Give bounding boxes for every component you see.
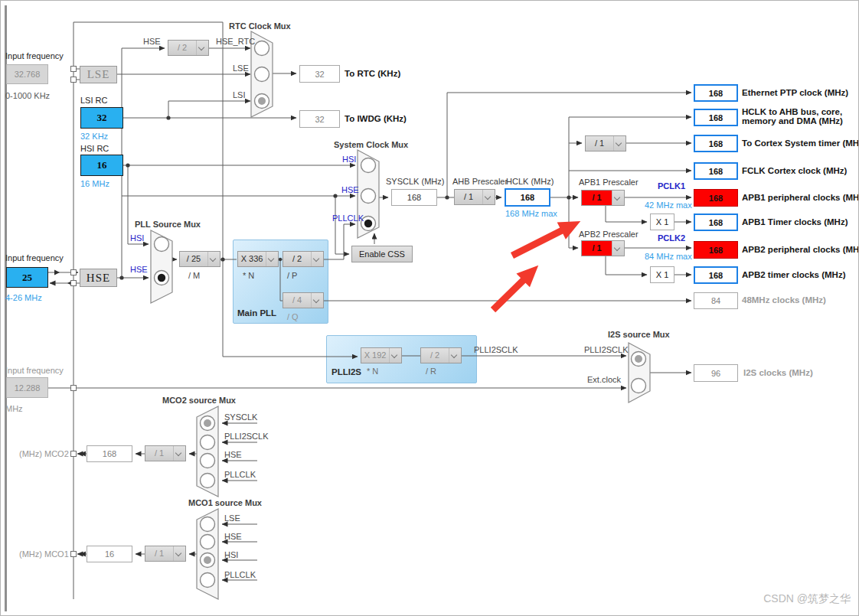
clk48-value-box[interactable]: 84 — [694, 292, 738, 309]
dropdown-value: / 1 — [145, 546, 173, 561]
plli2s-n-label: * N — [367, 367, 378, 376]
to-rtc-label: To RTC (KHz) — [345, 69, 400, 78]
i2s-mux-extclock-radio[interactable] — [632, 379, 646, 393]
mco2-mux-hse-radio[interactable] — [201, 454, 215, 468]
dropdown-value: / 1 — [455, 190, 482, 204]
apb2-prescaler-label: APB2 Prescaler — [579, 230, 639, 239]
sys-mux-hsi-radio[interactable] — [361, 158, 376, 173]
lsi-value-box[interactable]: 32 — [80, 107, 123, 129]
hclk-value-box[interactable]: 168 — [505, 188, 550, 207]
chevron-down-icon — [612, 191, 624, 205]
apb1-prescaler-dropdown[interactable]: / 1 — [581, 190, 625, 206]
fclk-value-box[interactable]: 168 — [694, 162, 738, 180]
rtc-clock-value-box[interactable]: 32 — [299, 65, 340, 83]
hse-input-frequency-label: Input frequency — [5, 253, 64, 262]
cortex-timer-prescaler-dropdown[interactable]: / 1 — [585, 135, 626, 152]
apb2-timer-value-box[interactable]: 168 — [694, 266, 738, 284]
sysclk-value-box[interactable]: 168 — [391, 189, 437, 206]
i2s-ext-input-frequency-label: Input frequency — [5, 366, 64, 375]
apb2-peripheral-label: APB2 peripheral clocks (MHz) — [742, 245, 859, 254]
dropdown-value: / 1 — [582, 191, 612, 205]
enable-css-button[interactable]: Enable CSS — [351, 246, 413, 262]
sys-mux-hse-radio[interactable] — [361, 189, 376, 204]
mco1-value-box[interactable]: 16 — [87, 546, 132, 562]
cortex-timer-value-box[interactable]: 168 — [694, 135, 738, 152]
clock-configuration-canvas: Main PLL PLLI2S — [0, 0, 859, 616]
mco1-mux-hse-radio[interactable] — [201, 535, 215, 549]
iwdg-clock-value-box[interactable]: 32 — [299, 110, 340, 128]
pllm-prescaler-dropdown[interactable]: / 25 — [179, 251, 220, 267]
lse-frequency-field[interactable]: 32.768 — [6, 64, 48, 84]
i2s-ext-frequency-field[interactable]: 12.288 — [6, 377, 48, 398]
ethernet-ptp-label: Ethernet PTP clock (MHz) — [742, 88, 848, 97]
hclk-label: HCLK (MHz) — [506, 177, 554, 186]
sysclk-label: SYSCLK (MHz) — [386, 177, 444, 186]
cortex-timer-label: To Cortex System timer (MHz) — [742, 139, 859, 148]
lsi-frequency-label: 32 KHz — [80, 132, 108, 141]
apb1-peripheral-value-box[interactable]: 168 — [694, 189, 738, 207]
dropdown-value: / 2 — [421, 348, 449, 363]
pll-source-mux-title: PLL Source Mux — [135, 220, 201, 229]
apb2-timer-label: APB2 timer clocks (MHz) — [742, 270, 845, 279]
lsi-rc-label: LSI RC — [80, 96, 107, 105]
pll-mux-hsi-radio[interactable] — [155, 237, 169, 252]
rtc-lse-label: LSE — [233, 64, 249, 73]
hse-frequency-field[interactable]: 25 — [6, 267, 48, 288]
chevron-down-icon — [196, 41, 208, 55]
dropdown-value: / 4 — [283, 293, 311, 308]
chevron-down-icon — [173, 446, 185, 461]
i2s-mux-title: I2S source Mux — [608, 330, 670, 339]
mco2-mux-pllclk-radio[interactable] — [201, 474, 215, 488]
rtc-hse-stub-label: HSE — [143, 37, 161, 46]
pclk2-label: PCLK2 — [658, 233, 685, 243]
dropdown-value: X 192 — [361, 348, 389, 363]
chevron-down-icon — [173, 546, 185, 561]
mco2-prescaler-dropdown[interactable]: / 1 — [145, 445, 186, 461]
lse-oscillator-box: LSE — [80, 66, 117, 83]
mco1-mux-pllclk-radio[interactable] — [201, 573, 215, 588]
rtc-mux-lse-radio[interactable] — [255, 67, 269, 82]
plli2s-r-dropdown[interactable]: / 2 — [420, 347, 462, 363]
mco1-input-lse-label: LSE — [224, 513, 240, 523]
dropdown-value: / 1 — [582, 241, 612, 256]
rtc-mux-hse-rtc-radio[interactable] — [255, 41, 269, 56]
rtc-lsi-label: LSI — [233, 90, 246, 99]
mco2-input-hse-label: HSE — [224, 450, 242, 459]
mco1-input-hse-label: HSE — [224, 532, 242, 541]
ethernet-ptp-value-box[interactable]: 168 — [694, 84, 738, 102]
mco2-mux-plli2sclk-radio[interactable] — [201, 435, 215, 450]
mco2-value-box[interactable]: 168 — [87, 445, 132, 462]
mco2-mux-title: MCO2 source Mux — [162, 396, 236, 405]
apb2-prescaler-dropdown[interactable]: / 1 — [581, 240, 625, 256]
i2s-ext-unit-label: MHz — [5, 404, 23, 413]
i2s-value-box[interactable]: 96 — [694, 364, 738, 382]
hsi-frequency-label: 16 MHz — [80, 179, 109, 188]
hclk-ahb-value-box[interactable]: 168 — [694, 109, 738, 126]
i2s-mux-extclock-label: Ext.clock — [587, 375, 621, 384]
chevron-down-icon — [389, 348, 401, 363]
hsi-rc-label: HSI RC — [80, 144, 109, 153]
chevron-down-icon — [311, 293, 323, 308]
dropdown-value: / 2 — [168, 41, 196, 55]
dropdown-value: X 336 — [238, 252, 266, 266]
hsi-value-box[interactable]: 16 — [80, 155, 123, 176]
plli2s-n-dropdown[interactable]: X 192 — [361, 347, 402, 363]
apb1-timer-value-box[interactable]: 168 — [694, 213, 738, 231]
apb1-peripheral-label: APB1 peripheral clocks (MHz) — [742, 193, 859, 202]
pclk1-label: PCLK1 — [658, 181, 685, 191]
ahb-prescaler-dropdown[interactable]: / 1 — [454, 189, 495, 205]
mco2-input-sysclk-label: SYSCLK — [224, 412, 257, 422]
chevron-down-icon — [482, 190, 495, 204]
mco1-prescaler-dropdown[interactable]: / 1 — [145, 546, 186, 562]
sys-mux-hse-label: HSE — [341, 185, 359, 194]
lse-frequency-range: 0-1000 KHz — [5, 91, 50, 100]
chevron-down-icon — [613, 136, 625, 151]
mco1-mux-lse-radio[interactable] — [201, 517, 215, 532]
plli2s-r-label: / R — [426, 367, 436, 376]
pllq-divider-dropdown[interactable]: / 4 — [283, 292, 324, 308]
pllp-divider-dropdown[interactable]: / 2 — [283, 251, 324, 267]
dropdown-value: / 2 — [283, 252, 311, 266]
apb2-peripheral-value-box[interactable]: 168 — [694, 241, 738, 259]
rtc-hse-prescaler-dropdown[interactable]: / 2 — [168, 40, 209, 56]
plln-multiplier-dropdown[interactable]: X 336 — [237, 251, 279, 267]
